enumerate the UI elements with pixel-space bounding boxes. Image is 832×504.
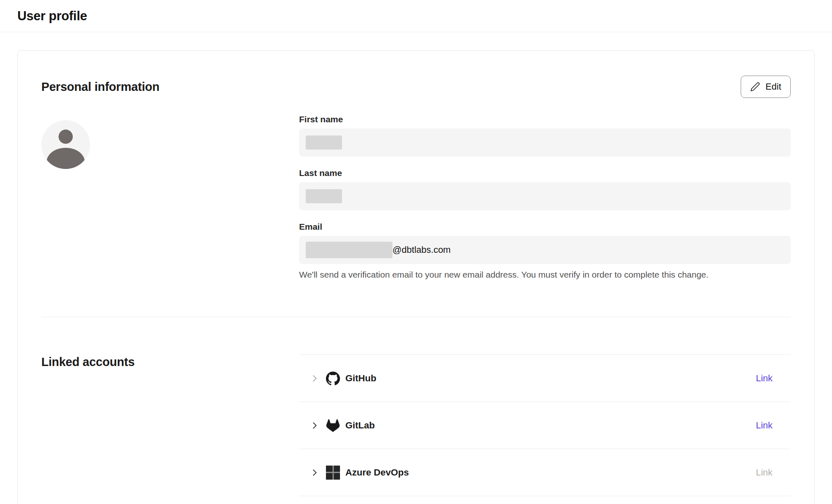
chevron-right-icon <box>309 467 320 478</box>
last-name-field-group: Last name <box>299 168 791 210</box>
edit-button[interactable]: Edit <box>741 76 791 98</box>
chevron-right-icon <box>309 420 320 431</box>
github-icon <box>326 371 340 385</box>
last-name-label: Last name <box>299 168 791 178</box>
redacted-email-local-part <box>306 242 392 258</box>
expand-row-button[interactable] <box>309 373 320 384</box>
avatar <box>41 120 90 169</box>
link-account-action[interactable]: Link <box>756 420 773 431</box>
edit-button-label: Edit <box>765 81 781 92</box>
pencil-icon <box>750 82 760 92</box>
azure-devops-icon <box>326 466 340 480</box>
redacted-last-name-value <box>306 189 342 203</box>
linked-account-row-azure-devops: Azure DevOps Link <box>299 449 791 496</box>
email-input[interactable]: @dbtlabs.com <box>299 236 791 264</box>
provider-name: GitHub <box>345 373 376 384</box>
provider-name: Azure DevOps <box>345 467 409 478</box>
linked-account-row-github: GitHub Link <box>299 355 791 402</box>
page-header: User profile <box>0 0 832 32</box>
linked-account-row-gitlab: GitLab Link <box>299 402 791 449</box>
link-account-action-disabled: Link <box>756 467 773 478</box>
email-field-group: Email @dbtlabs.com We'll send a verifica… <box>299 222 791 280</box>
linked-accounts-heading: Linked accounts <box>41 355 135 369</box>
expand-row-button[interactable] <box>309 467 320 478</box>
email-label: Email <box>299 222 791 232</box>
redacted-first-name-value <box>306 136 342 150</box>
gitlab-icon <box>326 418 340 433</box>
profile-card: Personal information Edit First n <box>17 50 815 504</box>
email-helper-text: We'll send a verification email to your … <box>299 270 791 280</box>
person-silhouette-icon <box>41 120 90 169</box>
expand-row-button[interactable] <box>309 420 320 431</box>
personal-information-heading: Personal information <box>41 80 159 94</box>
linked-accounts-section: Linked accounts GitHub Link <box>41 317 791 496</box>
link-account-action[interactable]: Link <box>756 373 773 384</box>
first-name-label: First name <box>299 114 791 124</box>
provider-name: GitLab <box>345 420 375 431</box>
email-domain-suffix: @dbtlabs.com <box>392 245 451 255</box>
first-name-input[interactable] <box>299 128 791 157</box>
personal-information-section: Personal information Edit First n <box>41 76 791 317</box>
first-name-field-group: First name <box>299 114 791 157</box>
linked-accounts-list: GitHub Link GitLab L <box>299 354 791 496</box>
page-title: User profile <box>17 9 87 24</box>
chevron-right-icon <box>309 373 320 384</box>
last-name-input[interactable] <box>299 182 791 210</box>
